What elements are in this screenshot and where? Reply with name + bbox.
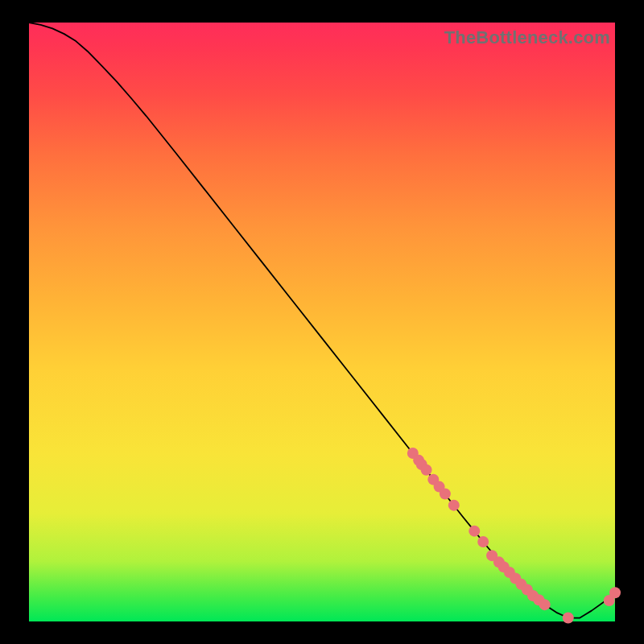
data-point bbox=[563, 613, 574, 624]
data-point bbox=[421, 464, 432, 476]
data-point bbox=[469, 526, 480, 537]
chart-stage: TheBottleneck.com bbox=[0, 0, 644, 644]
plot-area: TheBottleneck.com bbox=[29, 23, 615, 621]
data-point bbox=[609, 587, 621, 598]
chart-curve bbox=[29, 23, 615, 618]
data-point bbox=[440, 489, 451, 500]
chart-svg bbox=[29, 23, 615, 621]
data-point bbox=[477, 536, 489, 547]
data-point bbox=[448, 500, 460, 511]
data-point bbox=[539, 599, 551, 610]
chart-points bbox=[407, 448, 621, 624]
